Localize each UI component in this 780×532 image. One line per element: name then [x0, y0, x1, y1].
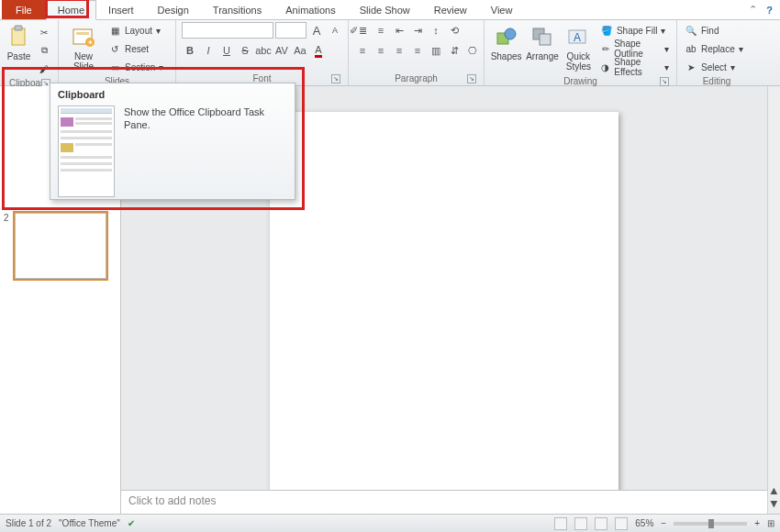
reset-button[interactable]: ↺Reset	[106, 40, 165, 57]
fit-to-window-button[interactable]: ⊞	[767, 518, 774, 528]
zoom-out-button[interactable]: −	[661, 518, 666, 528]
align-left-button[interactable]: ≡	[354, 42, 371, 59]
align-right-button[interactable]: ≡	[391, 42, 407, 59]
replace-icon: ab	[685, 42, 697, 55]
dedent-button[interactable]: ⇤	[391, 22, 407, 39]
spellcheck-icon[interactable]: ✔	[128, 518, 135, 528]
layout-icon: ▦	[108, 24, 121, 37]
slide-thumbnail-2[interactable]	[15, 213, 106, 279]
brush-icon: 🖌	[38, 62, 50, 75]
bucket-icon: 🪣	[600, 24, 613, 37]
font-launcher[interactable]: ↘	[331, 74, 340, 83]
paragraph-launcher[interactable]: ↘	[467, 74, 476, 83]
paragraph-group-label: Paragraph	[395, 73, 438, 83]
cut-icon: ✂	[38, 26, 50, 39]
editing-group-label: Editing	[703, 76, 731, 86]
columns-button[interactable]: ▥	[428, 42, 444, 59]
font-size-input[interactable]	[275, 22, 306, 39]
shape-outline-button[interactable]: ✏Shape Outline▾	[598, 40, 671, 57]
svg-text:A: A	[574, 31, 581, 44]
strike-button[interactable]: S	[237, 42, 253, 59]
status-slide-count: Slide 1 of 2	[6, 518, 51, 528]
minimize-ribbon-icon[interactable]: ⌃	[749, 4, 757, 16]
svg-rect-1	[15, 26, 22, 30]
svg-text:✶: ✶	[87, 39, 94, 47]
numbering-button[interactable]: ≡	[373, 22, 389, 39]
tab-view[interactable]: View	[479, 0, 525, 19]
quick-styles-button[interactable]: A Quick Styles	[563, 22, 595, 72]
shrink-font-button[interactable]: A	[327, 22, 343, 39]
underline-button[interactable]: U	[218, 42, 235, 59]
section-button[interactable]: ▭Section▾	[106, 59, 165, 75]
text-direction-button[interactable]: ⟲	[446, 22, 462, 39]
reading-view-button[interactable]	[595, 517, 607, 530]
select-button[interactable]: ➤Select▾	[683, 59, 745, 75]
tab-home[interactable]: Home	[46, 0, 96, 20]
select-icon: ➤	[685, 61, 697, 73]
tab-transitions[interactable]: Transitions	[201, 0, 273, 19]
tab-animations[interactable]: Animations	[273, 0, 347, 19]
layout-button[interactable]: ▦Layout▾	[106, 22, 165, 39]
tab-file[interactable]: File	[2, 0, 46, 19]
copy-button[interactable]: ⧉	[36, 42, 52, 59]
tab-slideshow[interactable]: Slide Show	[348, 0, 422, 19]
new-slide-button[interactable]: ✶ New Slide	[64, 22, 103, 72]
shadow-button[interactable]: abc	[255, 42, 272, 59]
new-slide-label: New Slide	[73, 51, 94, 72]
help-icon[interactable]: ?	[766, 5, 773, 16]
line-spacing-button[interactable]: ↕	[428, 22, 444, 39]
shape-fill-button[interactable]: 🪣Shape Fill▾	[598, 22, 671, 39]
notes-pane[interactable]: Click to add notes	[121, 490, 767, 514]
effects-icon: ◑	[600, 61, 610, 73]
drawing-launcher[interactable]: ↘	[660, 77, 669, 86]
slideshow-view-button[interactable]	[615, 517, 628, 530]
vertical-scrollbar[interactable]: ⯅ ⯆	[767, 86, 780, 514]
tooltip-preview-thumb	[58, 105, 115, 197]
svg-point-7	[505, 28, 516, 39]
align-text-button[interactable]: ⇵	[446, 42, 462, 59]
indent-button[interactable]: ⇥	[409, 22, 426, 39]
tab-design[interactable]: Design	[146, 0, 201, 19]
font-name-input[interactable]	[182, 22, 273, 39]
replace-button[interactable]: abReplace▾	[683, 40, 745, 57]
find-button[interactable]: 🔍Find	[683, 22, 745, 39]
tooltip-title: Clipboard	[58, 89, 287, 100]
drawing-group-label: Drawing	[563, 76, 597, 86]
svg-rect-3	[76, 32, 89, 35]
align-center-button[interactable]: ≡	[373, 42, 389, 59]
slide-canvas[interactable]	[270, 112, 618, 490]
smartart-button[interactable]: ⎔	[464, 42, 481, 59]
status-theme: "Office Theme"	[59, 518, 120, 528]
case-button[interactable]: Aa	[292, 42, 308, 59]
chevron-down-icon: ▾	[159, 62, 163, 72]
next-slide-icon[interactable]: ⯆	[770, 499, 779, 508]
paste-button[interactable]: Paste	[6, 22, 32, 61]
grow-font-button[interactable]: A	[308, 22, 325, 39]
shape-effects-button[interactable]: ◑Shape Effects▾	[598, 59, 671, 75]
tab-insert[interactable]: Insert	[96, 0, 146, 19]
spacing-button[interactable]: AV	[273, 42, 290, 59]
shapes-button[interactable]: Shapes	[490, 22, 522, 61]
find-icon: 🔍	[685, 24, 697, 37]
status-bar: Slide 1 of 2 "Office Theme" ✔ 65% − + ⊞	[0, 514, 780, 532]
status-zoom: 65%	[635, 518, 653, 528]
zoom-slider[interactable]	[674, 522, 747, 526]
zoom-in-button[interactable]: +	[754, 518, 760, 528]
section-icon: ▭	[108, 61, 121, 73]
cut-button[interactable]: ✂	[36, 24, 52, 40]
pencil-icon: ✏	[600, 42, 610, 55]
font-color-button[interactable]: A	[310, 42, 327, 59]
bullets-button[interactable]: ≣	[354, 22, 371, 39]
svg-rect-9	[540, 34, 551, 45]
tab-review[interactable]: Review	[422, 0, 479, 19]
arrange-button[interactable]: Arrange	[526, 22, 559, 61]
normal-view-button[interactable]	[554, 517, 567, 530]
justify-button[interactable]: ≡	[409, 42, 426, 59]
svg-rect-0	[12, 28, 25, 45]
tooltip-description: Show the Office Clipboard Task Pane.	[124, 105, 287, 197]
italic-button[interactable]: I	[200, 42, 217, 59]
sorter-view-button[interactable]	[574, 517, 587, 530]
format-painter-button[interactable]: 🖌	[36, 61, 52, 77]
bold-button[interactable]: B	[182, 42, 198, 59]
prev-slide-icon[interactable]: ⯅	[770, 487, 779, 496]
